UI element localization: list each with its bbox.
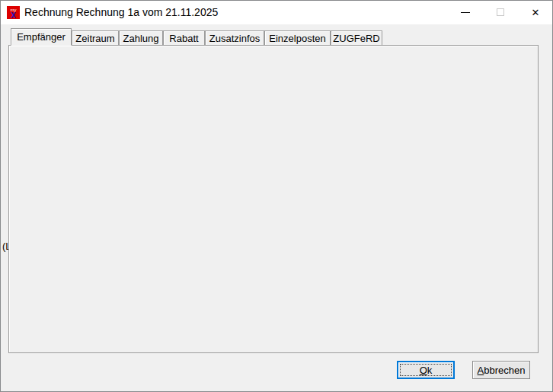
title-bar: my X Rechnung Rechnung 1a vom 21.11.2025… (1, 1, 552, 24)
close-icon: ✕ (532, 7, 540, 18)
tab-zahlung[interactable]: Zahlung (119, 30, 163, 45)
window-title: Rechnung Rechnung 1a vom 21.11.2025 (24, 1, 218, 24)
app-icon-text-bottom: X (7, 13, 20, 19)
abbrechen-button-rest: bbrechen (484, 365, 525, 376)
ok-button[interactable]: Ok (397, 361, 455, 379)
close-button[interactable]: ✕ (523, 1, 548, 24)
app-icon: my X (7, 6, 20, 19)
minimize-icon (461, 12, 470, 13)
tab-zugferd[interactable]: ZUGFeRD (331, 30, 382, 45)
tab-zeitraum[interactable]: Zeitraum (72, 30, 119, 45)
maximize-icon (497, 8, 504, 16)
tab-einzelposten[interactable]: Einzelposten (264, 30, 331, 45)
abbrechen-button-mnemonic: A (478, 365, 484, 376)
tab-rabatt[interactable]: Rabatt (163, 30, 205, 45)
tab-empfaenger[interactable]: Empfänger (11, 28, 72, 46)
tab-zusatzinfos[interactable]: Zusatzinfos (205, 30, 264, 45)
tab-page-empfaenger (8, 45, 539, 353)
maximize-button (488, 1, 513, 24)
abbrechen-button[interactable]: Abbrechen (472, 361, 530, 379)
invoice-dialog-window: my X Rechnung Rechnung 1a vom 21.11.2025… (0, 0, 553, 392)
minimize-button[interactable] (453, 1, 478, 24)
ok-button-rest: k (427, 365, 433, 376)
ok-button-mnemonic: O (420, 365, 427, 376)
